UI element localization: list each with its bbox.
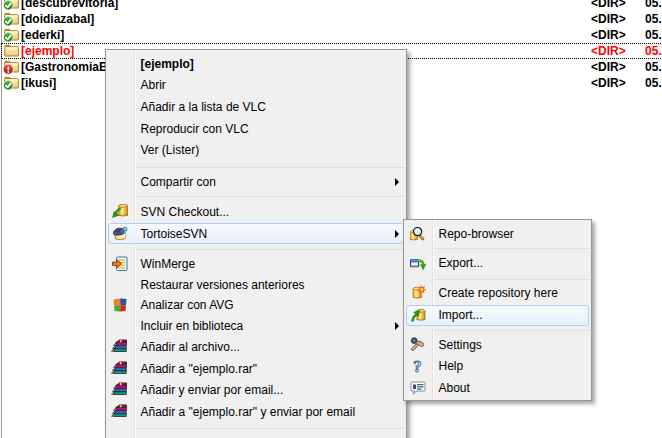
- svg-text:?: ?: [413, 358, 422, 374]
